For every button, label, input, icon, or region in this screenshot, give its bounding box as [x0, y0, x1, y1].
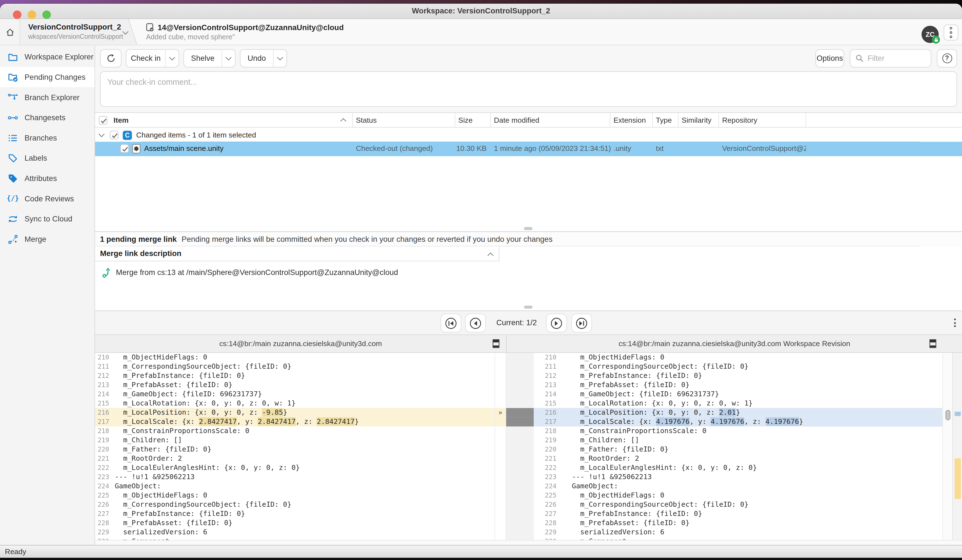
- diff-change-marker: [494, 390, 506, 399]
- diff-gutter: [506, 528, 534, 537]
- diff-body: 210 m_ObjectHideFlags: 0210 m_ObjectHide…: [95, 353, 962, 540]
- diff-row: 229 serializedVersion: 6229 serializedVe…: [95, 528, 962, 537]
- diff-right-header: cs:14@br:/main zuzanna.ciesielska@unity3…: [507, 335, 962, 352]
- diff-options-kebab[interactable]: [954, 318, 956, 327]
- row-item: Assets/main scene.unity: [144, 142, 224, 156]
- check-in-button[interactable]: Check in: [126, 50, 165, 67]
- checkin-comment-input[interactable]: [100, 71, 957, 107]
- panel-window-icon[interactable]: [493, 339, 499, 348]
- scrollbar-thumb[interactable]: [946, 410, 951, 420]
- options-button[interactable]: Options: [815, 49, 844, 68]
- window-title: Workspace: VersionControlSupport_2: [0, 3, 962, 19]
- help-button[interactable]: ?: [937, 49, 957, 68]
- diff-code-left: m_Children: []: [112, 436, 495, 445]
- diff-line-number-left: 225: [95, 491, 112, 500]
- diff-line-number-right: 214: [534, 390, 559, 399]
- undo-button[interactable]: Undo: [240, 50, 273, 67]
- diff-line-number-left: 221: [95, 454, 112, 463]
- next-change-button[interactable]: [546, 313, 567, 332]
- row-repository: VersionControlSupport@Zu: [722, 142, 806, 156]
- column-size[interactable]: Size: [458, 113, 473, 128]
- sidebar-item-merge[interactable]: Merge: [0, 229, 95, 249]
- sidebar-item-labels[interactable]: Labels: [0, 148, 95, 168]
- horizontal-splitter[interactable]: [524, 227, 533, 230]
- shelve-dropdown[interactable]: [221, 50, 235, 67]
- diff-code-right: m_Component:: [560, 537, 943, 540]
- diff-line-number-left: 211: [95, 362, 112, 371]
- sidebar-item-branch-explorer[interactable]: Branch Explorer: [0, 87, 95, 107]
- merge-link-item[interactable]: Merge from cs:13 at /main/Sphere@Version…: [95, 266, 962, 279]
- changed-items-group-row[interactable]: C Changed items - 1 of 1 item selected: [95, 128, 962, 142]
- diff-line-number-right: 213: [534, 381, 559, 390]
- help-icon: ?: [942, 53, 952, 63]
- sidebar-item-attributes[interactable]: Attributes: [0, 168, 95, 189]
- group-checkbox[interactable]: [110, 131, 118, 139]
- column-repository[interactable]: Repository: [722, 113, 757, 128]
- row-checkbox[interactable]: [120, 144, 129, 153]
- diff-gutter: [506, 482, 534, 491]
- diff-line-number-right: 226: [534, 500, 559, 509]
- first-change-button[interactable]: [441, 313, 462, 332]
- toolbar: Check in Shelve Undo Options: [95, 45, 962, 112]
- diff-code-left: m_Component:: [112, 537, 495, 540]
- horizontal-splitter[interactable]: [524, 306, 533, 309]
- merge-icon: [7, 233, 18, 245]
- diff-code-right: m_LocalPosition: {x: 0, y: 0, z: 2.01}: [560, 408, 943, 417]
- column-type[interactable]: Type: [656, 113, 672, 128]
- previous-change-button[interactable]: [465, 313, 486, 332]
- sidebar-item-branches[interactable]: Branches: [0, 128, 95, 148]
- collapse-group-icon[interactable]: [98, 131, 105, 137]
- diff-line-number-left: 226: [95, 500, 112, 509]
- column-status[interactable]: Status: [356, 113, 377, 128]
- sidebar-item-workspace-explorer[interactable]: Workspace Explorer: [0, 47, 95, 67]
- panel-window-icon[interactable]: [930, 339, 936, 348]
- sidebar-item-changesets[interactable]: Changesets: [0, 107, 95, 128]
- diff-row: 213 m_PrefabAsset: {fileID: 0}213 m_Pref…: [95, 381, 962, 390]
- diff-code-left: m_PrefabAsset: {fileID: 0}: [112, 381, 495, 390]
- diff-change-marker: [494, 436, 506, 445]
- diff-code-left: m_PrefabAsset: {fileID: 0}: [112, 518, 495, 528]
- diff-change-marker: [494, 417, 506, 426]
- sidebar-item-pending-changes[interactable]: Pending Changes: [0, 67, 95, 87]
- diff-gutter: [506, 436, 534, 445]
- check-in-dropdown[interactable]: [165, 50, 178, 67]
- column-extension[interactable]: Extension: [613, 113, 646, 128]
- kebab-icon: [949, 27, 952, 29]
- filter-input-container: [850, 49, 931, 68]
- diff-gutter: [506, 473, 534, 482]
- pending-changes-view: Check in Shelve Undo Options: [95, 45, 962, 545]
- shelve-button[interactable]: Shelve: [184, 50, 221, 67]
- folder-check-icon: [7, 71, 18, 82]
- ruler-change-mark: [955, 458, 961, 499]
- unity-file-icon: [132, 144, 141, 154]
- undo-split-button: Undo: [240, 49, 287, 68]
- diff-gutter: [506, 399, 534, 408]
- diff-line-number-left: 216: [95, 408, 112, 417]
- diff-change-marker: [494, 445, 506, 454]
- more-options-button[interactable]: [944, 24, 959, 40]
- refresh-button[interactable]: [100, 49, 121, 68]
- diff-code-left: m_ConstrainProportionsScale: 0: [112, 426, 495, 436]
- sidebar-item-code-reviews[interactable]: {/} Code Reviews: [0, 188, 95, 208]
- horizontal-scrollbar-track[interactable]: [95, 540, 962, 545]
- home-button[interactable]: [0, 19, 20, 45]
- diff-navigation-toolbar: Current: 1/2: [95, 310, 962, 334]
- undo-dropdown[interactable]: [273, 50, 286, 67]
- collapse-section-icon[interactable]: [487, 253, 494, 259]
- column-item[interactable]: Item: [113, 113, 129, 128]
- select-all-checkbox[interactable]: [99, 116, 107, 125]
- avatar[interactable]: ZC: [922, 26, 939, 43]
- diff-line-number-right: 223: [534, 473, 559, 482]
- chevron-down-icon: [169, 54, 175, 61]
- sidebar-item-sync-to-cloud[interactable]: Sync to Cloud: [0, 208, 95, 229]
- last-change-button[interactable]: [571, 313, 592, 332]
- column-date-modified[interactable]: Date modified: [494, 113, 539, 128]
- diff-change-marker: [494, 381, 506, 390]
- diff-code-right: m_PrefabInstance: {fileID: 0}: [560, 371, 943, 381]
- table-row[interactable]: Assets/main scene.unity Checked-out (cha…: [95, 142, 962, 156]
- column-similarity[interactable]: Similarity: [681, 113, 711, 128]
- main-area: Workspace Explorer Pending Changes Branc…: [0, 45, 962, 545]
- workspace-selector[interactable]: VersionControlSupport_2 wkspaces/Version…: [20, 19, 140, 45]
- diff-gutter: [506, 353, 534, 362]
- filter-input[interactable]: [867, 54, 923, 63]
